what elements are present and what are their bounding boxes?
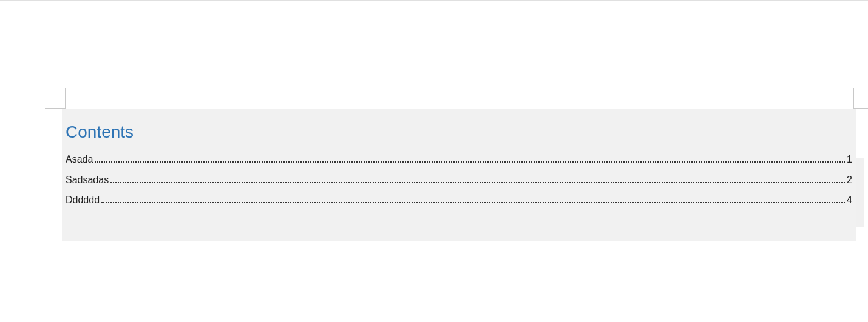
margin-corner-left [45, 88, 66, 109]
toc-leader-dots [101, 202, 845, 203]
toc-entry[interactable]: Dddddd 4 [62, 190, 856, 210]
toc-leader-dots [95, 161, 845, 163]
document-page[interactable]: Contents Asada 1 Sadsadas 2 Dddddd 4 [0, 1, 868, 322]
selection-highlight-overflow [856, 158, 864, 227]
margin-corner-right [853, 88, 868, 109]
toc-leader-dots [110, 182, 845, 183]
toc-entry-title[interactable]: Sadsadas [66, 172, 109, 188]
toc-entry-page[interactable]: 1 [847, 152, 852, 167]
toc-entry-title[interactable]: Asada [66, 152, 93, 167]
table-of-contents-field[interactable]: Contents Asada 1 Sadsadas 2 Dddddd 4 [62, 109, 856, 241]
toc-entry-page[interactable]: 2 [847, 172, 852, 188]
toc-heading[interactable]: Contents [62, 122, 856, 149]
toc-entry[interactable]: Asada 1 [62, 149, 856, 170]
toc-entry[interactable]: Sadsadas 2 [62, 170, 856, 190]
toc-entry-page[interactable]: 4 [847, 192, 852, 208]
toc-entry-title[interactable]: Dddddd [66, 192, 100, 208]
